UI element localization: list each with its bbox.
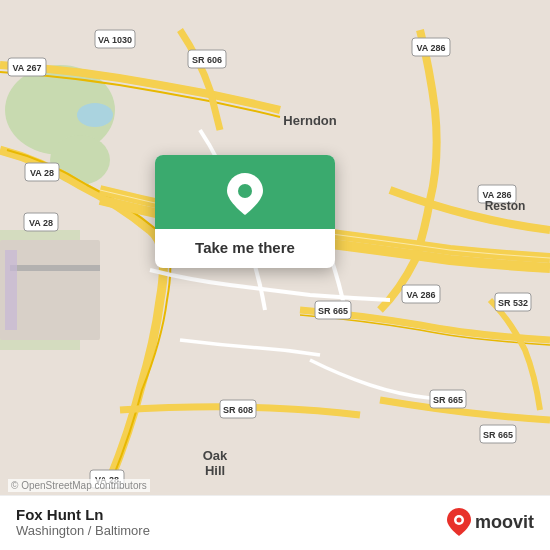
svg-text:Reston: Reston xyxy=(485,199,526,213)
svg-text:VA 286: VA 286 xyxy=(406,290,435,300)
svg-text:VA 286: VA 286 xyxy=(416,43,445,53)
map-container: VA 28 VA 28 VA 28 VA 267 SR 606 VA 286 V… xyxy=(0,0,550,550)
location-info: Fox Hunt Ln Washington / Baltimore xyxy=(16,506,150,538)
svg-point-40 xyxy=(238,184,252,198)
copyright-text: © OpenStreetMap contributors xyxy=(8,479,150,492)
svg-text:SR 608: SR 608 xyxy=(223,405,253,415)
svg-point-42 xyxy=(456,518,461,523)
location-pin-icon xyxy=(227,173,263,215)
svg-text:VA 267: VA 267 xyxy=(12,63,41,73)
svg-text:Hill: Hill xyxy=(205,463,225,478)
svg-text:Oak: Oak xyxy=(203,448,228,463)
svg-rect-6 xyxy=(5,250,17,330)
svg-text:SR 665: SR 665 xyxy=(318,306,348,316)
location-name: Fox Hunt Ln xyxy=(16,506,150,523)
bottom-bar: Fox Hunt Ln Washington / Baltimore moovi… xyxy=(0,495,550,550)
svg-text:SR 665: SR 665 xyxy=(483,430,513,440)
svg-text:Herndon: Herndon xyxy=(283,113,337,128)
svg-text:VA 28: VA 28 xyxy=(30,168,54,178)
popup-green-header xyxy=(155,155,335,229)
svg-text:SR 532: SR 532 xyxy=(498,298,528,308)
take-me-there-popup[interactable]: Take me there xyxy=(155,155,335,268)
svg-text:SR 665: SR 665 xyxy=(433,395,463,405)
svg-text:VA 1030: VA 1030 xyxy=(98,35,132,45)
moovit-pin-icon xyxy=(447,508,471,536)
moovit-text: moovit xyxy=(475,512,534,533)
take-me-there-button[interactable]: Take me there xyxy=(195,239,295,256)
svg-rect-5 xyxy=(10,265,100,271)
region-name: Washington / Baltimore xyxy=(16,523,150,538)
moovit-logo: moovit xyxy=(447,508,534,536)
svg-point-7 xyxy=(77,103,113,127)
svg-text:SR 606: SR 606 xyxy=(192,55,222,65)
popup-button-area[interactable]: Take me there xyxy=(155,229,335,268)
svg-text:VA 28: VA 28 xyxy=(29,218,53,228)
